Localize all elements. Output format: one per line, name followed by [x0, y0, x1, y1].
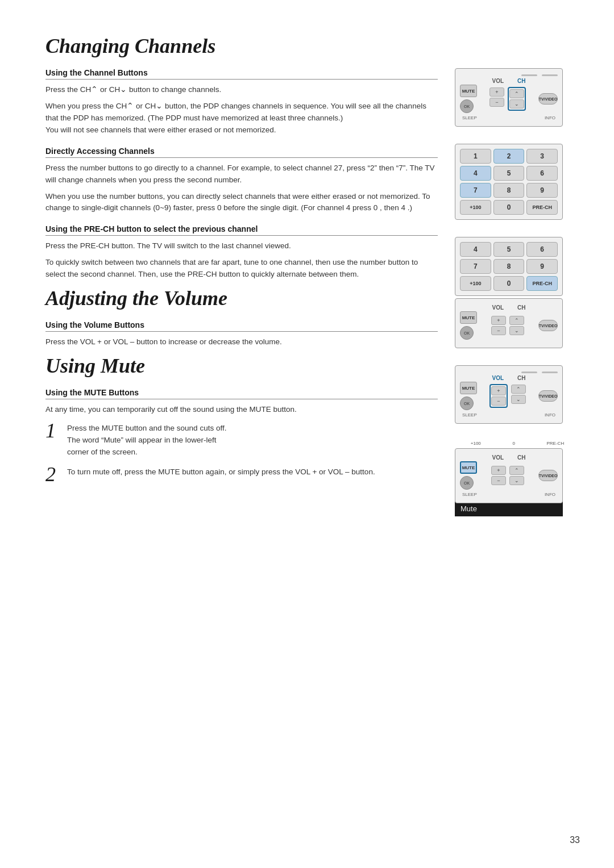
num-9-d3: 9 [526, 259, 558, 274]
ch-label-d4: CH [517, 375, 525, 381]
vol-arrows-d5: + − [491, 465, 506, 486]
num-100: +100 [460, 200, 491, 215]
remote-d3: VOL CH MUTE OK + − ⌃ [455, 298, 563, 348]
directly-accessing-text-1: Press the number buttons to go directly … [45, 162, 438, 186]
mute-btn-d5: MUTE [460, 461, 477, 474]
num-3: 3 [526, 149, 558, 164]
ch-arrows-d1: ⌃ ⌄ [508, 87, 526, 111]
directly-accessing-header: Directly Accessing Channels [45, 147, 438, 158]
ch-label-d5: CH [517, 454, 525, 461]
ch-arrows-d3: ⌃ ⌄ [509, 315, 524, 336]
mute-btn-d1: MUTE [460, 85, 477, 97]
info-label-d4: INFO [545, 412, 555, 418]
zero-top-d5: 0 [512, 441, 515, 446]
mute-step-2: 2 To turn mute off, press the MUTE butto… [45, 464, 438, 485]
num-9: 9 [526, 183, 558, 198]
num-0: 0 [493, 200, 525, 215]
ch-arrows-d5: ⌃ ⌄ [509, 465, 524, 486]
directly-accessing-text-2: When you use the number buttons, you can… [45, 191, 438, 215]
tv-video-btn-d3: TV/VIDEO [538, 320, 558, 331]
ok-btn-d4: OK [460, 397, 474, 410]
pre-ch-btn-d2: PRE-CH [526, 200, 558, 215]
num-2: 2 [493, 149, 525, 164]
step-number-2: 2 [45, 464, 61, 485]
ch-down-d3: ⌄ [509, 326, 524, 335]
channel-buttons-text-1: Press the CH⌃ or CH⌄ button to change ch… [45, 84, 438, 96]
ch-up-d5: ⌃ [509, 466, 524, 475]
tv-video-btn-d1: TV/VIDEO [538, 93, 558, 105]
adjusting-volume-title: Adjusting the Volume [45, 286, 438, 310]
vol-label-d1: VOL [492, 78, 504, 84]
pre-ch-btn-d3: PRE-CH [526, 276, 558, 291]
ch-up-d3: ⌃ [509, 316, 524, 325]
vol-label-d4: VOL [492, 375, 504, 381]
sleep-label-d5: SLEEP [462, 492, 477, 497]
ch-label-d1: CH [517, 78, 525, 84]
vol-up-d1: + [489, 87, 504, 97]
numpad-diagram-2: 1 2 3 4 5 6 7 8 9 +100 0 PRE-CH [455, 144, 563, 220]
ok-btn-d3: OK [460, 326, 474, 340]
using-mute-title: Using Mute [45, 354, 438, 378]
num-4-d3: 4 [460, 242, 491, 257]
num-0-d3: 0 [493, 276, 525, 291]
vol-arrows-d3: + − [491, 315, 506, 336]
pre-ch-text-1: Press the PRE-CH button. The TV will swi… [45, 240, 438, 252]
mute-diagram-group: +100 0 PRE-CH VOL CH MUTE OK + [455, 441, 580, 516]
remote-diagram-1: VOL CH MUTE OK + − ⌃ ⌄ [455, 68, 563, 127]
volume-buttons-text: Press the VOL + or VOL – button to incre… [45, 336, 438, 348]
vol-down-d3: − [491, 326, 506, 335]
num-5: 5 [493, 166, 525, 181]
vol-up-d4: + [491, 386, 506, 395]
info-label-d5: INFO [545, 492, 555, 497]
vol-label-d5: VOL [492, 454, 504, 461]
num-4: 4 [460, 166, 491, 181]
step-text-2: To turn mute off, press the MUTE button … [67, 464, 375, 478]
mute-step-1: 1 Press the MUTE button and the sound cu… [45, 420, 438, 458]
num-1: 1 [460, 149, 491, 164]
ch-arrows-d4: ⌃ ⌄ [511, 384, 526, 408]
step-text-1: Press the MUTE button and the sound cuts… [67, 420, 226, 458]
info-label-d1: INFO [545, 115, 555, 120]
vol-arrows-d1: + − [489, 87, 504, 111]
vol-up-d5: + [491, 466, 506, 475]
mute-buttons-header: Using the MUTE Buttons [45, 388, 438, 399]
ch-down-d5: ⌄ [509, 476, 524, 485]
num-5-d3: 5 [493, 242, 525, 257]
mute-screen-label: Mute [455, 501, 563, 516]
sleep-label-d4: SLEEP [462, 412, 477, 418]
pre-ch-text-2: To quickly switch between two channels t… [45, 257, 438, 281]
tv-video-btn-d5: TV/VIDEO [538, 470, 558, 481]
vol-down-d5: − [491, 476, 506, 485]
ok-btn-d1: OK [460, 99, 474, 113]
vol-down-d1: − [489, 98, 504, 107]
vol-up-d3: + [491, 316, 506, 325]
plus100-top-d5: +100 [471, 441, 481, 446]
ch-up-d1: ⌃ [509, 89, 524, 98]
num-8-d3: 8 [493, 259, 525, 274]
mute-intro-text: At any time, you can temporarily cut off… [45, 404, 438, 416]
pre-ch-header: Using the PRE-CH button to select the pr… [45, 224, 438, 236]
ch-up-d4: ⌃ [511, 385, 526, 394]
num-8: 8 [493, 183, 525, 198]
step-number-1: 1 [45, 420, 61, 441]
volume-buttons-header: Using the Volume Buttons [45, 320, 438, 332]
sleep-label-d1: SLEEP [462, 115, 477, 120]
num-6-d3: 6 [526, 242, 558, 257]
vol-arrows-d4: + − [489, 384, 508, 408]
remote-diagram-4: VOL CH MUTE OK + − ⌃ ⌄ [455, 365, 563, 424]
num-7: 7 [460, 183, 491, 198]
ok-btn-d5: OK [460, 476, 474, 490]
num-7-d3: 7 [460, 259, 491, 274]
mute-btn-d3: MUTE [460, 311, 477, 324]
mute-btn-d4: MUTE [460, 382, 477, 394]
channel-buttons-text-2: When you press the CH⌃ or CH⌄ button, th… [45, 101, 438, 136]
changing-channels-title: Changing Channels [45, 34, 438, 58]
ch-down-d4: ⌄ [511, 395, 526, 404]
prech-top-d5: PRE-CH [547, 441, 565, 446]
num-100-d3: +100 [460, 276, 491, 291]
remote-diagram-5: VOL CH MUTE OK + − ⌃ [455, 448, 563, 503]
tv-video-btn-d4: TV/VIDEO [538, 390, 558, 402]
ch-down-d1: ⌄ [509, 99, 524, 108]
page-number: 33 [570, 835, 580, 845]
vol-down-d4: − [491, 397, 506, 406]
